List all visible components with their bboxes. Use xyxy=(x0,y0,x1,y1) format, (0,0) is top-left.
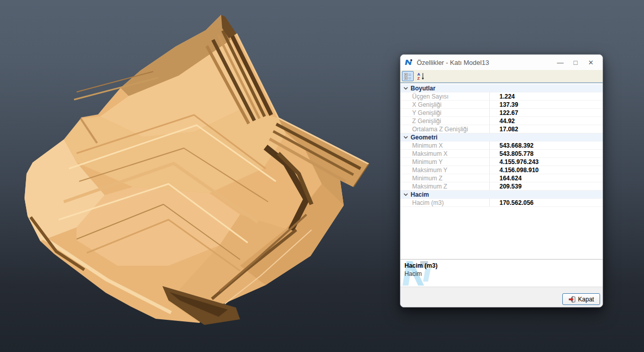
property-value[interactable]: 170.562.056 xyxy=(489,199,603,206)
property-row[interactable]: Minimum X543.668.392 xyxy=(400,142,603,150)
category-label: Geometri xyxy=(411,134,603,141)
chevron-down-icon[interactable] xyxy=(400,136,411,139)
property-value[interactable]: 122.67 xyxy=(489,109,603,116)
property-name: Hacim (m3) xyxy=(411,199,489,206)
property-value[interactable]: 209.539 xyxy=(489,183,603,190)
category-row-hacim[interactable]: Hacim xyxy=(400,191,603,199)
sort-az-icon: A Z xyxy=(417,72,425,80)
property-value[interactable]: 4.156.098.910 xyxy=(489,167,603,174)
property-value[interactable]: 543.805.778 xyxy=(489,150,603,157)
application-window: Özellikler - Katı Model13 — □ ✕ A xyxy=(0,0,644,352)
close-dialog-button[interactable]: Kapat xyxy=(562,293,600,305)
property-name: Minimum Y xyxy=(411,158,489,166)
property-row[interactable]: Maksimum X543.805.778 xyxy=(400,150,603,158)
app-logo-icon xyxy=(404,58,413,66)
property-value[interactable]: 137.39 xyxy=(489,101,603,108)
dialog-footer: Kapat xyxy=(400,287,603,307)
property-name: Üçgen Sayısı xyxy=(411,93,489,100)
property-grid: Boyutlar Üçgen Sayısı1.224X Genişliği137… xyxy=(400,82,603,259)
property-name: Minimum X xyxy=(411,142,489,149)
category-row-geometri[interactable]: Geometri xyxy=(400,133,603,142)
property-value[interactable]: 1.224 xyxy=(489,93,603,100)
category-label: Boyutlar xyxy=(411,85,603,92)
property-name: Ortalama Z Genişliği xyxy=(411,126,489,133)
property-name: Maksimum X xyxy=(411,150,489,157)
selected-property-description: Hacim xyxy=(404,270,599,277)
property-name: Y Genişliği xyxy=(411,109,489,116)
category-rows-hacim: Hacim (m3)170.562.056 xyxy=(400,199,603,207)
property-row[interactable]: Ortalama Z Genişliği17.082 xyxy=(400,125,603,133)
property-name: Z Genişliği xyxy=(411,118,489,125)
property-row[interactable]: Üçgen Sayısı1.224 xyxy=(400,92,603,101)
minimize-icon[interactable]: — xyxy=(553,56,568,68)
category-row-boyutlar[interactable]: Boyutlar xyxy=(400,84,603,92)
propertygrid-toolbar: A Z xyxy=(400,70,603,82)
selected-property-title: Hacim (m3) xyxy=(404,262,599,269)
description-panel: Hacim (m3) Hacim xyxy=(400,259,603,287)
property-name: Maksimum Y xyxy=(411,167,489,174)
property-value[interactable]: 4.155.976.243 xyxy=(489,158,603,166)
dialog-title: Özellikler - Katı Model13 xyxy=(417,59,553,66)
close-icon[interactable]: ✕ xyxy=(583,56,599,68)
property-row[interactable]: Z Genişliği44.92 xyxy=(400,117,603,125)
property-row[interactable]: Maksimum Y4.156.098.910 xyxy=(400,166,603,174)
maximize-icon[interactable]: □ xyxy=(568,56,583,68)
property-value[interactable]: 543.668.392 xyxy=(489,142,603,149)
property-row[interactable]: Minimum Y4.155.976.243 xyxy=(400,158,603,166)
property-row[interactable]: Y Genişliği122.67 xyxy=(400,109,603,117)
property-name: Minimum Z xyxy=(411,175,489,182)
property-row[interactable]: Maksimum Z209.539 xyxy=(400,182,603,191)
svg-text:Z: Z xyxy=(417,76,420,80)
property-value[interactable]: 164.624 xyxy=(489,175,603,182)
sort-alphabetical-button[interactable]: A Z xyxy=(415,71,426,81)
chevron-down-icon[interactable] xyxy=(400,87,411,90)
properties-dialog: Özellikler - Katı Model13 — □ ✕ A xyxy=(400,54,603,308)
category-rows-boyutlar: Üçgen Sayısı1.224X Genişliği137.39Y Geni… xyxy=(400,92,603,133)
property-row[interactable]: X Genişliği137.39 xyxy=(400,101,603,109)
categorized-icon xyxy=(404,73,412,80)
exit-door-icon xyxy=(568,296,576,303)
close-dialog-label: Kapat xyxy=(578,296,594,303)
property-row[interactable]: Minimum Z164.624 xyxy=(400,174,603,182)
property-name: X Genişliği xyxy=(411,101,489,108)
property-value[interactable]: 17.082 xyxy=(489,126,603,133)
category-rows-geometri: Minimum X543.668.392Maksimum X543.805.77… xyxy=(400,142,603,191)
dialog-titlebar[interactable]: Özellikler - Katı Model13 — □ ✕ xyxy=(400,55,603,70)
category-label: Hacim xyxy=(411,191,603,198)
terrain-solid-model[interactable] xyxy=(25,15,369,325)
chevron-down-icon[interactable] xyxy=(400,193,411,196)
categorized-button[interactable] xyxy=(402,71,414,81)
property-row[interactable]: Hacim (m3)170.562.056 xyxy=(400,199,603,207)
property-name: Maksimum Z xyxy=(411,183,489,190)
property-value[interactable]: 44.92 xyxy=(489,118,603,125)
